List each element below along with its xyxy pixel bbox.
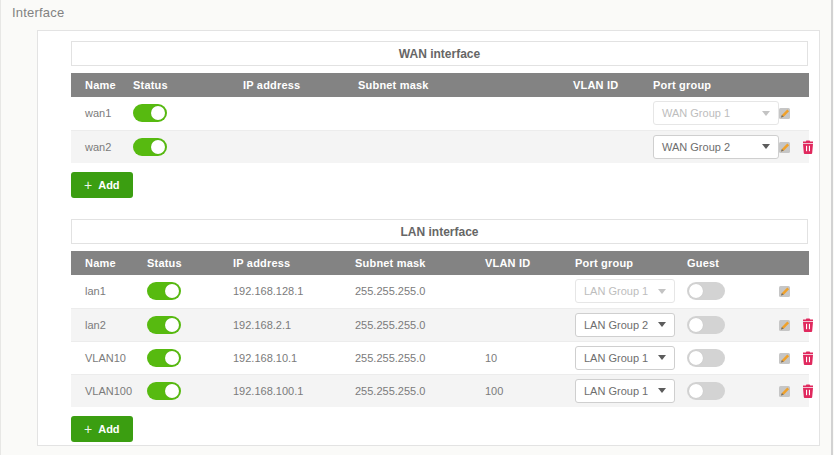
cell-guest (673, 341, 771, 374)
delete-button[interactable] (800, 139, 816, 155)
delete-button[interactable] (800, 317, 816, 333)
cell-vlan: 10 (471, 341, 561, 374)
toggle-knob (165, 284, 179, 298)
plus-icon: + (84, 178, 92, 192)
column-header-actions (771, 251, 809, 275)
toggle-knob (165, 318, 179, 332)
pencil-square-icon (777, 139, 793, 155)
port-group-select: LAN Group 1 (575, 279, 675, 303)
cell-subnet: 255.255.255.0 (341, 275, 471, 308)
lan-table: Name Status IP address Subnet mask VLAN … (71, 251, 809, 407)
edit-button[interactable] (777, 283, 793, 299)
port-group-select[interactable]: LAN Group 1 (575, 379, 675, 403)
status-toggle[interactable] (147, 282, 181, 300)
edit-button[interactable] (777, 317, 793, 333)
pencil-square-icon (777, 317, 793, 333)
column-header-actions (771, 73, 809, 97)
cell-vlan (559, 130, 639, 163)
cell-status (119, 130, 229, 163)
column-header-status: Status (119, 73, 229, 97)
column-header-port-group: Port group (639, 73, 771, 97)
cell-subnet: 255.255.255.0 (341, 341, 471, 374)
column-header-guest: Guest (673, 251, 771, 275)
lan-section-title: LAN interface (71, 219, 808, 244)
port-group-select[interactable]: WAN Group 2 (653, 135, 779, 159)
cell-name: lan1 (71, 275, 133, 308)
cell-status (119, 97, 229, 130)
cell-name: VLAN10 (71, 341, 133, 374)
wan-section-title: WAN interface (71, 41, 808, 66)
column-header-ip: IP address (219, 251, 341, 275)
status-toggle[interactable] (133, 104, 167, 122)
cell-ip: 192.168.128.1 (219, 275, 341, 308)
table-row-wan1: wan1 WAN Group 1 (71, 97, 809, 130)
pencil-square-icon (777, 383, 793, 399)
cell-ip: 192.168.10.1 (219, 341, 341, 374)
column-header-vlan: VLAN ID (559, 73, 639, 97)
chevron-down-icon (658, 355, 666, 360)
cell-ip: 192.168.100.1 (219, 374, 341, 407)
pencil-square-icon (777, 350, 793, 366)
trash-icon (800, 350, 816, 366)
toggle-knob (689, 351, 703, 365)
status-toggle[interactable] (133, 138, 167, 156)
edit-button[interactable] (777, 383, 793, 399)
port-group-value: LAN Group 1 (584, 385, 648, 397)
cell-port-group: WAN Group 1 (639, 97, 771, 130)
toggle-knob (165, 384, 179, 398)
edit-button[interactable] (777, 350, 793, 366)
delete-button[interactable] (800, 383, 816, 399)
port-group-select[interactable]: LAN Group 2 (575, 313, 675, 337)
column-header-port-group: Port group (561, 251, 673, 275)
status-toggle[interactable] (147, 349, 181, 367)
guest-toggle[interactable] (687, 316, 725, 334)
cell-port-group: LAN Group 1 (561, 275, 673, 308)
cell-vlan: 100 (471, 374, 561, 407)
pencil-square-icon (777, 105, 793, 121)
add-button[interactable]: + Add (71, 416, 133, 442)
toggle-knob (689, 318, 703, 332)
table-row-lan2: lan2 192.168.2.1 255.255.255.0 LAN Group… (71, 308, 809, 341)
table-row-lan1: lan1 192.168.128.1 255.255.255.0 LAN Gro… (71, 275, 809, 308)
cell-subnet: 255.255.255.0 (341, 374, 471, 407)
cell-status (133, 374, 219, 407)
lan-table-header-row: Name Status IP address Subnet mask VLAN … (71, 251, 809, 275)
edit-button[interactable] (777, 139, 793, 155)
interface-panel: WAN interface Name Status IP address Sub… (37, 30, 820, 446)
status-toggle[interactable] (147, 316, 181, 334)
cell-name: lan2 (71, 308, 133, 341)
chevron-down-icon (762, 111, 770, 116)
cell-ip (229, 130, 344, 163)
cell-actions (771, 341, 809, 374)
cell-status (133, 275, 219, 308)
table-row-wan2: wan2 WAN Group 2 (71, 130, 809, 163)
guest-toggle[interactable] (687, 282, 725, 300)
table-row-vlan100: VLAN100 192.168.100.1 255.255.255.0 100 … (71, 374, 809, 407)
trash-icon (800, 139, 816, 155)
column-header-name: Name (71, 73, 119, 97)
guest-toggle[interactable] (687, 382, 725, 400)
port-group-value: LAN Group 2 (584, 319, 648, 331)
add-button[interactable]: + Add (71, 172, 133, 198)
toggle-knob (689, 284, 703, 298)
chevron-down-icon (658, 289, 666, 294)
port-group-select[interactable]: LAN Group 1 (575, 346, 675, 370)
pencil-square-icon (777, 283, 793, 299)
cell-subnet (344, 97, 559, 130)
status-toggle[interactable] (147, 382, 181, 400)
port-group-value: LAN Group 1 (584, 352, 648, 364)
cell-vlan (559, 97, 639, 130)
scrollbar-track[interactable] (831, 0, 833, 455)
guest-toggle[interactable] (687, 349, 725, 367)
add-button-label: Add (98, 179, 119, 191)
cell-actions (771, 374, 809, 407)
cell-port-group: LAN Group 1 (561, 374, 673, 407)
trash-icon (800, 383, 816, 399)
cell-subnet: 255.255.255.0 (341, 308, 471, 341)
toggle-knob (165, 351, 179, 365)
table-row-vlan10: VLAN10 192.168.10.1 255.255.255.0 10 LAN… (71, 341, 809, 374)
edit-button[interactable] (777, 105, 793, 121)
delete-button[interactable] (800, 350, 816, 366)
cell-name: wan2 (71, 130, 119, 163)
cell-status (133, 308, 219, 341)
